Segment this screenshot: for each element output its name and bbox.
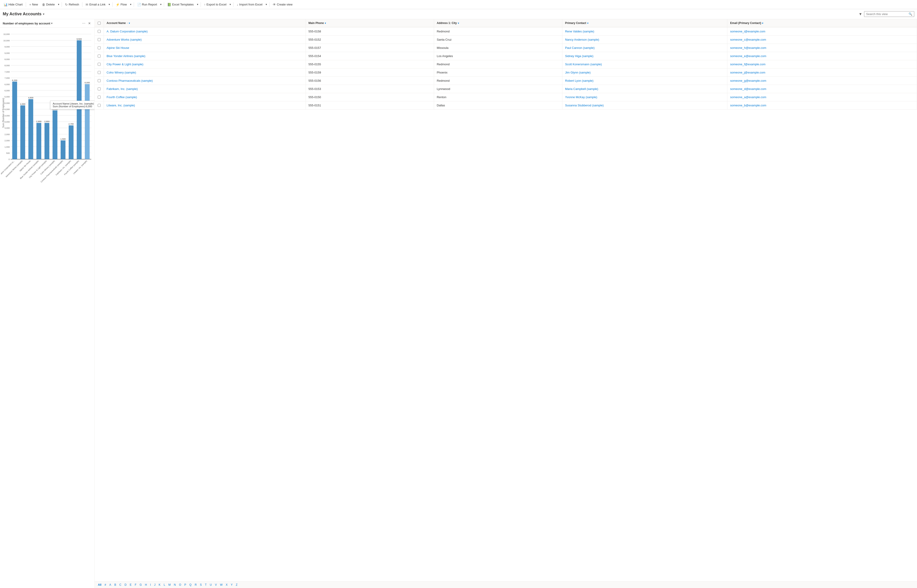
col-header-account[interactable]: Account Name ↑ ▾ (104, 19, 306, 27)
contact-cell[interactable]: Rene Valdes (sample) (562, 27, 727, 36)
account-name-cell[interactable]: Contoso Pharmaceuticals (sample) (104, 77, 306, 85)
run-report-button[interactable]: 📄 Run Report (136, 2, 159, 7)
search-box[interactable]: 🔍 (864, 11, 914, 17)
alpha-item[interactable]: S (199, 583, 203, 587)
email-cell[interactable]: someone_h@example.com (727, 44, 917, 52)
account-name-cell[interactable]: City Power & Light (sample) (104, 60, 306, 68)
contact-cell[interactable]: Nancy Anderson (sample) (562, 36, 727, 44)
alpha-item[interactable]: F (133, 583, 137, 587)
report-caret[interactable]: ▾ (159, 2, 163, 7)
row-checkbox-cell[interactable] (95, 44, 104, 52)
bar[interactable] (85, 84, 90, 159)
chart-more-button[interactable]: ⋯ (81, 21, 86, 26)
alpha-item[interactable]: A (108, 583, 113, 587)
export-excel-button[interactable]: ↑ Export to Excel (202, 2, 228, 7)
col-header-phone[interactable]: Main Phone ▾ (306, 19, 434, 27)
alpha-item[interactable]: O (178, 583, 182, 587)
email-cell[interactable]: someone_f@example.com (727, 60, 917, 68)
chart-title-chevron[interactable]: ▾ (51, 22, 52, 25)
email-cell[interactable]: someone_g@example.com (727, 77, 917, 85)
select-all-checkbox[interactable] (98, 22, 101, 25)
excel-templates-button[interactable]: 📗 Excel Templates (165, 2, 195, 7)
alpha-item[interactable]: T (203, 583, 208, 587)
alpha-item[interactable]: # (103, 583, 108, 587)
col-header-contact[interactable]: Primary Contact ▾ (562, 19, 727, 27)
bar[interactable] (52, 110, 57, 159)
create-view-button[interactable]: 👁 Create view (271, 2, 294, 7)
row-checkbox-cell[interactable] (95, 60, 104, 68)
col-header-city[interactable]: Address 1: City ▾ (434, 19, 562, 27)
grid-select-all[interactable] (95, 19, 104, 27)
export-caret[interactable]: ▾ (229, 2, 232, 7)
refresh-button[interactable]: ↻ Refresh (63, 2, 81, 7)
alpha-item[interactable]: H (144, 583, 149, 587)
alpha-item[interactable]: E (128, 583, 133, 587)
row-checkbox-cell[interactable] (95, 27, 104, 36)
alpha-item[interactable]: Y (229, 583, 234, 587)
contact-cell[interactable]: Scott Konersmann (sample) (562, 60, 727, 68)
row-checkbox-cell[interactable] (95, 68, 104, 76)
flow-button[interactable]: ⚡ Flow (114, 2, 129, 7)
import-excel-button[interactable]: ↓ Import from Excel (235, 2, 264, 7)
alpha-item[interactable]: P (183, 583, 187, 587)
row-checkbox[interactable] (98, 71, 101, 74)
account-name-cell[interactable]: A. Datum Corporation (sample) (104, 27, 306, 36)
email-cell[interactable]: someone_c@example.com (727, 36, 917, 44)
account-name-cell[interactable]: Fourth Coffee (sample) (104, 93, 306, 101)
filter-icon[interactable]: ▼ (859, 12, 862, 16)
row-checkbox[interactable] (98, 38, 101, 41)
alpha-item[interactable]: K (157, 583, 162, 587)
col-header-email[interactable]: Email (Primary Contact) ▾ (727, 19, 917, 27)
row-checkbox-cell[interactable] (95, 85, 104, 93)
alpha-item[interactable]: J (153, 583, 157, 587)
alpha-item[interactable]: All (97, 583, 103, 587)
alpha-item[interactable]: Z (234, 583, 239, 587)
hide-chart-button[interactable]: 📊 Hide Chart (2, 2, 24, 7)
bar[interactable] (45, 123, 49, 159)
flow-caret[interactable]: ▾ (129, 2, 132, 7)
view-title-chevron[interactable]: ▾ (43, 13, 44, 16)
account-name-cell[interactable]: Coho Winery (sample) (104, 68, 306, 76)
contact-cell[interactable]: Maria Campbell (sample) (562, 85, 727, 93)
row-checkbox[interactable] (98, 79, 101, 82)
alpha-item[interactable]: R (193, 583, 198, 587)
email-cell[interactable]: someone_j@example.com (727, 68, 917, 76)
email-filter-icon[interactable]: ▾ (762, 22, 763, 24)
alpha-item[interactable]: I (149, 583, 152, 587)
bar[interactable] (12, 82, 17, 159)
email-cell[interactable]: someone_d@example.com (727, 85, 917, 93)
alpha-item[interactable]: U (208, 583, 213, 587)
email-caret[interactable]: ▾ (108, 2, 111, 7)
new-button[interactable]: + New (27, 2, 40, 7)
contact-cell[interactable]: Yvonne McKay (sample) (562, 93, 727, 101)
alpha-item[interactable]: M (167, 583, 172, 587)
contact-cell[interactable]: Susanna Stubberod (sample) (562, 101, 727, 109)
chart-close-button[interactable]: ✕ (87, 21, 92, 26)
contact-cell[interactable]: Sidney Higa (sample) (562, 52, 727, 60)
contact-cell[interactable]: Paul Cannon (sample) (562, 44, 727, 52)
contact-cell[interactable]: Robert Lyon (sample) (562, 77, 727, 85)
row-checkbox-cell[interactable] (95, 101, 104, 109)
row-checkbox[interactable] (98, 63, 101, 66)
alpha-item[interactable]: C (118, 583, 123, 587)
account-filter-icon[interactable]: ▾ (129, 22, 130, 24)
email-cell[interactable]: someone_a@example.com (727, 93, 917, 101)
alpha-item[interactable]: X (224, 583, 229, 587)
bar[interactable] (77, 40, 81, 159)
phone-filter-icon[interactable]: ▾ (325, 22, 326, 24)
row-checkbox-cell[interactable] (95, 93, 104, 101)
account-name-cell[interactable]: Fabrikam, Inc. (sample) (104, 85, 306, 93)
bar[interactable] (37, 123, 41, 159)
account-name-cell[interactable]: Alpine Ski House (104, 44, 306, 52)
row-checkbox[interactable] (98, 55, 101, 58)
row-checkbox[interactable] (98, 95, 101, 99)
alpha-item[interactable]: N (173, 583, 177, 587)
row-checkbox-cell[interactable] (95, 52, 104, 60)
search-input[interactable] (866, 12, 907, 16)
row-checkbox[interactable] (98, 46, 101, 49)
alpha-item[interactable]: L (162, 583, 166, 587)
alpha-item[interactable]: G (138, 583, 143, 587)
city-filter-icon[interactable]: ▾ (458, 22, 459, 24)
account-name-cell[interactable]: Blue Yonder Airlines (sample) (104, 52, 306, 60)
bar[interactable] (28, 99, 33, 159)
